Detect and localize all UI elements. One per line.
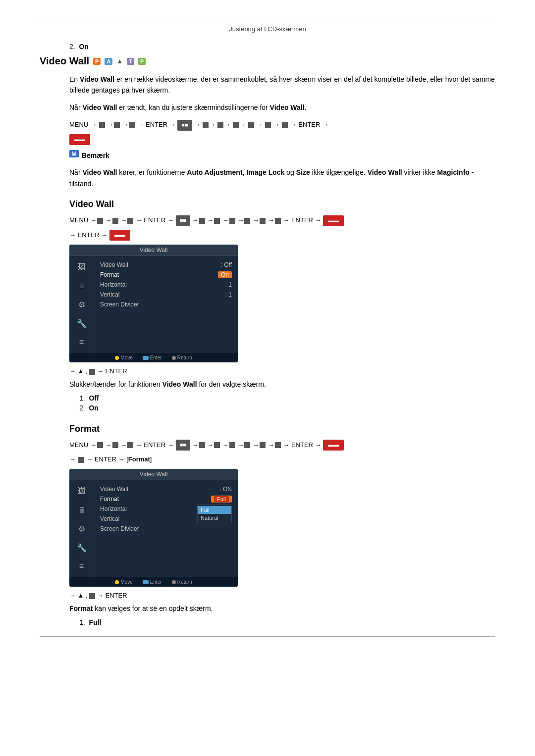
badge-a: A	[105, 58, 112, 65]
desc3: Slukker/tænder for funktionen Video Wall…	[69, 379, 495, 390]
screen1-container: Video Wall 🖼 🖥 ⚙ 🔧 ≡ Video Wall : Off Fo…	[69, 245, 495, 362]
menu-item-horizontal: Horizontal : 1	[100, 280, 232, 290]
screen1-icons: 🖼 🖥 ⚙ 🔧 ≡	[69, 256, 94, 353]
screen2-title: Video Wall	[69, 469, 238, 480]
menu-line-1b: ▬▬	[69, 134, 495, 145]
menu-line-2b: → ENTER → ▬▬	[69, 229, 495, 241]
screen1-title: Video Wall	[69, 245, 238, 256]
screen2-icons: 🖼 🖥 ⚙ 🔧 ≡	[69, 480, 94, 577]
note-body: Når Video Wall kører, er funktionerne Au…	[69, 167, 495, 189]
return-btn: Return	[172, 355, 192, 360]
icon-picture: 🖼	[75, 260, 89, 274]
menu2-item-screendivider: Screen Divider	[100, 524, 232, 534]
top-border	[40, 20, 495, 20]
badge-arrow-icon: ▲	[116, 57, 123, 65]
menu-line-3: MENU → → → → ENTER → ■■ → → → → → → → EN…	[69, 439, 495, 451]
menu-item-format: Format On	[100, 270, 232, 280]
icon2-picture: 🖼	[75, 484, 89, 498]
badge-p: P	[93, 58, 101, 65]
icon2-tools: 🔧	[75, 541, 89, 554]
move-btn: Move	[115, 355, 132, 360]
menu-line-2: MENU → → → → ENTER → ■■ → → → → → → → EN…	[69, 214, 495, 226]
videowall-heading: Video Wall P A ▲ T P	[40, 55, 495, 67]
screen1: Video Wall 🖼 🖥 ⚙ 🔧 ≡ Video Wall : Off Fo…	[69, 245, 238, 362]
screen2-container: Video Wall 🖼 🖥 ⚙ 🔧 ≡ Video Wall : ON For…	[69, 469, 495, 587]
dropdown-natural[interactable]: Natural	[198, 514, 231, 522]
icon2-screen: 🖥	[75, 503, 89, 517]
return-btn2: Return	[172, 579, 192, 585]
menu-item-vertical: Vertical : 1	[100, 290, 232, 300]
icon2-settings: ⚙	[75, 522, 89, 536]
badge-t: T	[127, 58, 134, 65]
enter-btn2: Enter	[143, 579, 162, 585]
item-full: 1. Full	[79, 618, 495, 626]
format-dropdown: Full Natural	[197, 504, 232, 523]
screen2-menu: Video Wall : ON Format Full Full Natural	[94, 480, 238, 577]
screen2: Video Wall 🖼 🖥 ⚙ 🔧 ≡ Video Wall : ON For…	[69, 469, 238, 587]
icon-tools: 🔧	[75, 316, 89, 330]
enter-btn: Enter	[143, 355, 162, 360]
menu-item-videowall: Video Wall : Off	[100, 260, 232, 270]
arrow-line-2: → ▲ , → ENTER	[69, 592, 495, 599]
move-btn2: Move	[115, 579, 132, 585]
icon-list: ≡	[75, 335, 89, 349]
icon2-list: ≡	[75, 559, 89, 573]
page-title: Justering af LCD-skærmen	[40, 25, 495, 33]
note-icon: M	[69, 150, 79, 157]
icon-screen: 🖥	[75, 279, 89, 293]
page-container: Justering af LCD-skærmen 2. On Video Wal…	[0, 0, 535, 656]
item-on: 2. On	[79, 404, 495, 412]
menu-line-3b: → → ENTER → [Format]	[69, 454, 495, 465]
desc1: En Video Wall er en række videoskærme, d…	[69, 74, 495, 96]
badge-p2: P	[138, 58, 146, 65]
note-box: M Bemærk	[69, 150, 495, 161]
step-2-label: 2. On	[69, 43, 495, 50]
screen1-bottom: Move Enter Return	[69, 353, 238, 362]
screen2-bottom: Move Enter Return	[69, 577, 238, 587]
dropdown-full[interactable]: Full	[198, 506, 231, 514]
menu-line-1: MENU → → → → ENTER → ■■ → → → → → → → EN…	[69, 119, 495, 130]
arrow-line-1: → ▲ , → ENTER	[69, 367, 495, 375]
note-label: Bemærk	[82, 150, 109, 161]
menu-item-screendivider: Screen Divider	[100, 300, 232, 309]
format-sub-heading: Format	[69, 424, 495, 434]
menu2-item-videowall: Video Wall : ON	[100, 484, 232, 494]
desc2: Når Video Wall er tændt, kan du justere …	[69, 102, 495, 113]
screen2-content: 🖼 🖥 ⚙ 🔧 ≡ Video Wall : ON Format Full	[69, 480, 238, 577]
videowall-sub-heading: Video Wall	[69, 199, 495, 209]
screen1-menu: Video Wall : Off Format On Horizontal : …	[94, 256, 238, 353]
menu2-item-format: Format Full Full Natural	[100, 494, 232, 504]
item-off: 1. Off	[79, 394, 495, 402]
screen1-content: 🖼 🖥 ⚙ 🔧 ≡ Video Wall : Off Format On	[69, 256, 238, 353]
bottom-border	[40, 636, 495, 637]
icon-settings: ⚙	[75, 298, 89, 311]
desc4: Format kan vælges for at se en opdelt sk…	[69, 603, 495, 614]
